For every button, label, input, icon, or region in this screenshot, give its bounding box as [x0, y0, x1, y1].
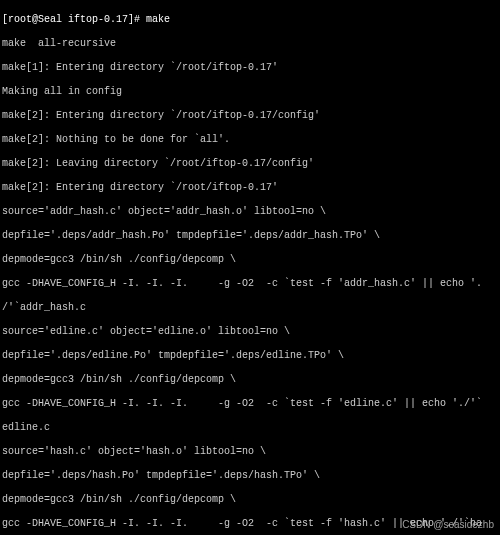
- out-line: make[2]: Entering directory `/root/iftop…: [2, 110, 498, 122]
- out-line: make all-recursive: [2, 38, 498, 50]
- shell-prompt: [root@Seal iftop-0.17]# make: [2, 14, 498, 26]
- out-line: gcc -DHAVE_CONFIG_H -I. -I. -I. -g -O2 -…: [2, 398, 498, 410]
- out-line: depfile='.deps/addr_hash.Po' tmpdepfile=…: [2, 230, 498, 242]
- out-line: make[2]: Entering directory `/root/iftop…: [2, 182, 498, 194]
- out-line: source='addr_hash.c' object='addr_hash.o…: [2, 206, 498, 218]
- watermark: CSDN @seasidezhb: [402, 519, 494, 531]
- out-line: source='hash.c' object='hash.o' libtool=…: [2, 446, 498, 458]
- out-line: depmode=gcc3 /bin/sh ./config/depcomp \: [2, 494, 498, 506]
- out-line: depmode=gcc3 /bin/sh ./config/depcomp \: [2, 254, 498, 266]
- out-line: make[2]: Nothing to be done for `all'.: [2, 134, 498, 146]
- out-line: make[1]: Entering directory `/root/iftop…: [2, 62, 498, 74]
- out-line: source='edline.c' object='edline.o' libt…: [2, 326, 498, 338]
- out-line: edline.c: [2, 422, 498, 434]
- out-line: depfile='.deps/hash.Po' tmpdepfile='.dep…: [2, 470, 498, 482]
- out-line: Making all in config: [2, 86, 498, 98]
- out-line: make[2]: Leaving directory `/root/iftop-…: [2, 158, 498, 170]
- out-line: /'`addr_hash.c: [2, 302, 498, 314]
- out-line: depfile='.deps/edline.Po' tmpdepfile='.d…: [2, 350, 498, 362]
- terminal-output[interactable]: [root@Seal iftop-0.17]# make make all-re…: [0, 0, 500, 535]
- out-line: gcc -DHAVE_CONFIG_H -I. -I. -I. -g -O2 -…: [2, 278, 498, 290]
- out-line: depmode=gcc3 /bin/sh ./config/depcomp \: [2, 374, 498, 386]
